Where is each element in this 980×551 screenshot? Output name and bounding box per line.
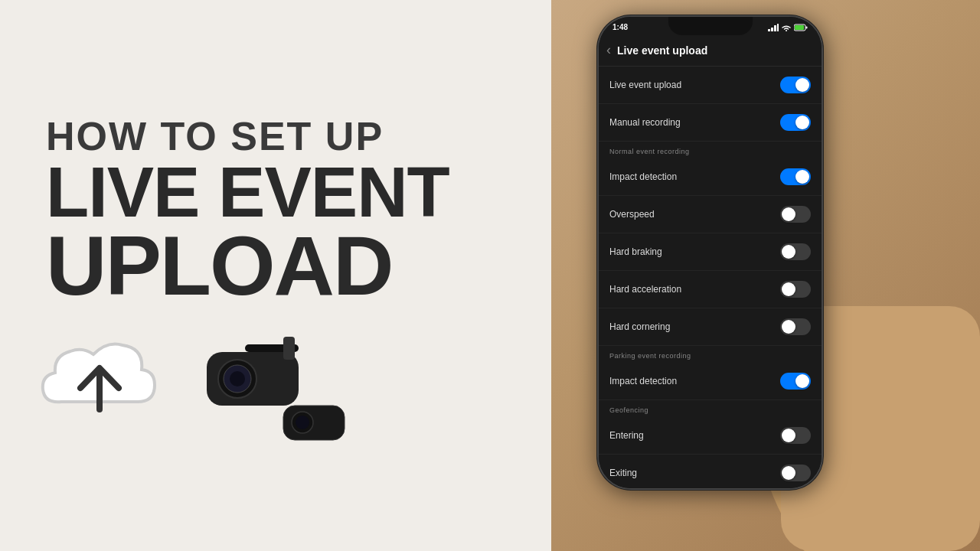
svg-rect-18 xyxy=(774,25,776,31)
toggle-hard-acceleration[interactable] xyxy=(780,281,811,298)
svg-point-5 xyxy=(230,371,245,386)
phone-notch xyxy=(668,17,753,35)
settings-label-entering: Entering xyxy=(609,430,644,441)
settings-label-live-event-upload: Live event upload xyxy=(609,80,681,90)
nav-bar: ‹ Live event upload xyxy=(599,34,822,67)
svg-rect-21 xyxy=(795,25,804,30)
settings-label-exiting: Exiting xyxy=(609,468,637,478)
status-right xyxy=(768,24,808,31)
toggle-impact-detection-normal[interactable] xyxy=(780,168,811,185)
settings-label-impact-detection-normal: Impact detection xyxy=(609,171,677,182)
battery-icon xyxy=(794,24,808,31)
dashcam-icon xyxy=(184,329,337,436)
settings-label-manual-recording: Manual recording xyxy=(609,117,681,128)
settings-list: Live event uploadManual recordingNormal … xyxy=(599,67,822,490)
phone-frame: 1:48 xyxy=(597,15,823,490)
settings-label-hard-braking: Hard braking xyxy=(609,246,662,257)
settings-item-impact-detection-parking: Impact detection xyxy=(599,363,822,400)
section-header-geofencing: Geofencing xyxy=(599,400,822,417)
settings-label-impact-detection-parking: Impact detection xyxy=(609,376,677,386)
svg-rect-16 xyxy=(768,29,770,31)
section-header-parking-event-recording: Parking event recording xyxy=(599,346,822,363)
svg-rect-22 xyxy=(806,26,808,28)
toggle-live-event-upload[interactable] xyxy=(780,77,811,93)
headline-line2: LIVE EVENT xyxy=(46,159,449,226)
bottom-icons xyxy=(31,329,337,436)
settings-item-hard-cornering: Hard cornering xyxy=(599,308,822,346)
phone-screen: Live event uploadManual recordingNormal … xyxy=(599,67,822,490)
settings-item-overspeed: Overspeed xyxy=(599,196,822,233)
toggle-hard-braking[interactable] xyxy=(780,243,811,260)
back-button[interactable]: ‹ xyxy=(606,42,611,58)
settings-label-overspeed: Overspeed xyxy=(609,209,655,220)
toggle-exiting[interactable] xyxy=(780,465,811,481)
headline-line3: UPLOAD xyxy=(46,226,392,306)
toggle-entering[interactable] xyxy=(780,427,811,444)
settings-item-impact-detection-normal: Impact detection xyxy=(599,158,822,196)
section-header-normal-event-recording: Normal event recording xyxy=(599,142,822,158)
settings-item-entering: Entering xyxy=(599,417,822,455)
svg-rect-6 xyxy=(283,337,295,360)
toggle-impact-detection-parking[interactable] xyxy=(780,373,811,390)
settings-item-manual-recording: Manual recording xyxy=(599,104,822,142)
settings-label-hard-cornering: Hard cornering xyxy=(609,321,670,332)
cloud-upload-icon xyxy=(31,333,168,432)
toggle-hard-cornering[interactable] xyxy=(780,318,811,335)
settings-item-hard-acceleration: Hard acceleration xyxy=(599,271,822,308)
wifi-icon xyxy=(782,24,791,31)
left-panel: HOW TO SET UP LIVE EVENT UPLOAD xyxy=(0,0,551,551)
nav-title: Live event upload xyxy=(617,44,707,57)
settings-item-exiting: Exiting xyxy=(599,455,822,490)
settings-label-hard-acceleration: Hard acceleration xyxy=(609,284,681,295)
status-time: 1:48 xyxy=(612,23,628,31)
svg-point-9 xyxy=(296,416,309,429)
settings-item-live-event-upload: Live event upload xyxy=(599,67,822,104)
toggle-manual-recording[interactable] xyxy=(780,114,811,131)
right-panel: 1:48 xyxy=(551,0,980,551)
settings-item-hard-braking: Hard braking xyxy=(599,233,822,271)
phone-mockup: 1:48 xyxy=(597,15,823,490)
signal-icon xyxy=(768,24,779,31)
svg-rect-17 xyxy=(771,28,773,31)
toggle-overspeed[interactable] xyxy=(780,206,811,223)
svg-rect-19 xyxy=(777,24,779,31)
